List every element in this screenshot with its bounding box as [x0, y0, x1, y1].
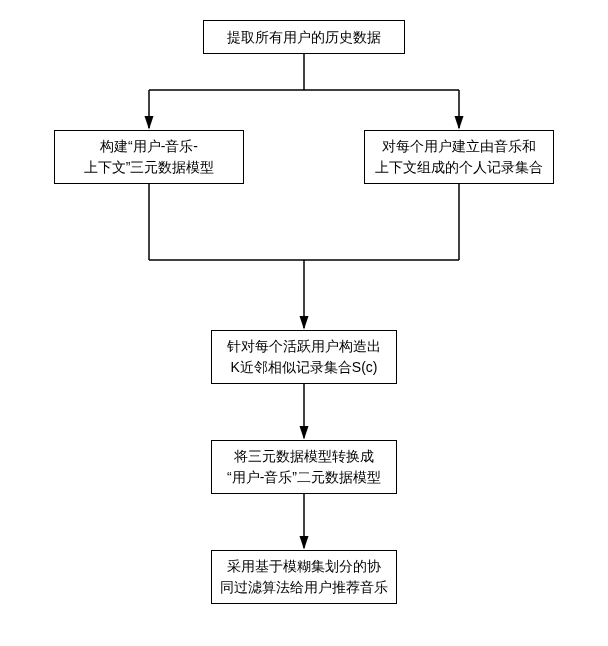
node-label: 针对每个活跃用户构造出 K近邻相似记录集合S(c) — [227, 336, 381, 378]
node-label: 将三元数据模型转换成 “用户-音乐”二元数据模型 — [227, 446, 381, 488]
flow-node-build-triple-model: 构建“用户-音乐- 上下文”三元数据模型 — [54, 130, 244, 184]
node-label: 构建“用户-音乐- 上下文”三元数据模型 — [84, 136, 215, 178]
flow-node-knn-set: 针对每个活跃用户构造出 K近邻相似记录集合S(c) — [211, 330, 397, 384]
flow-node-recommend: 采用基于模糊集划分的协 同过滤算法给用户推荐音乐 — [211, 550, 397, 604]
node-label: 提取所有用户的历史数据 — [227, 27, 381, 48]
flow-node-build-personal-records: 对每个用户建立由音乐和 上下文组成的个人记录集合 — [364, 130, 554, 184]
node-label: 对每个用户建立由音乐和 上下文组成的个人记录集合 — [375, 136, 543, 178]
node-label: 采用基于模糊集划分的协 同过滤算法给用户推荐音乐 — [220, 556, 388, 598]
flow-node-extract-history: 提取所有用户的历史数据 — [203, 20, 405, 54]
flow-node-convert-binary-model: 将三元数据模型转换成 “用户-音乐”二元数据模型 — [211, 440, 397, 494]
